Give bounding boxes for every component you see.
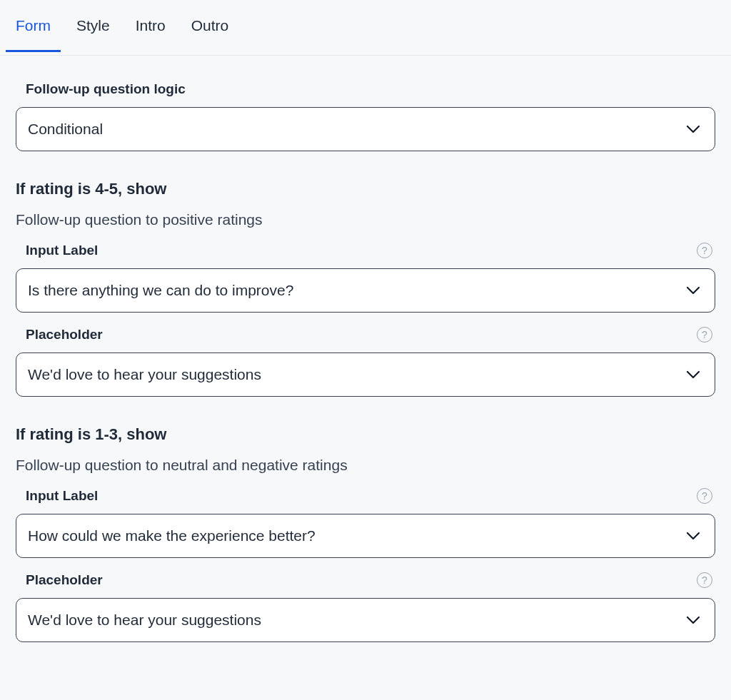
followup-logic-label: Follow-up question logic — [16, 81, 715, 97]
help-icon[interactable]: ? — [697, 488, 712, 504]
positive-placeholder-value: We'd love to hear your suggestions — [28, 366, 261, 383]
tab-form[interactable]: Form — [16, 0, 51, 52]
negative-placeholder-select[interactable]: We'd love to hear your suggestions — [16, 598, 715, 642]
chevron-down-icon — [686, 616, 700, 624]
tab-outro[interactable]: Outro — [191, 0, 229, 52]
negative-heading: If rating is 1-3, show — [16, 425, 715, 444]
followup-logic-value: Conditional — [28, 121, 103, 138]
help-icon[interactable]: ? — [697, 572, 712, 588]
form-content: Follow-up question logic Conditional If … — [0, 56, 731, 664]
positive-placeholder-label: Placeholder — [26, 327, 103, 343]
chevron-down-icon — [686, 125, 700, 133]
tab-style[interactable]: Style — [76, 0, 110, 52]
negative-placeholder-value: We'd love to hear your suggestions — [28, 612, 261, 629]
positive-input-label-label: Input Label — [26, 243, 98, 258]
positive-input-label-select[interactable]: Is there anything we can do to improve? — [16, 268, 715, 313]
negative-placeholder-label: Placeholder — [26, 572, 103, 588]
chevron-down-icon — [686, 286, 700, 295]
negative-input-label-value: How could we make the experience better? — [28, 527, 316, 544]
positive-placeholder-select[interactable]: We'd love to hear your suggestions — [16, 352, 715, 397]
tab-intro[interactable]: Intro — [136, 0, 166, 52]
followup-logic-select[interactable]: Conditional — [16, 107, 715, 151]
positive-heading: If rating is 4-5, show — [16, 180, 715, 198]
chevron-down-icon — [686, 370, 700, 379]
negative-input-label-select[interactable]: How could we make the experience better? — [16, 514, 715, 558]
help-icon[interactable]: ? — [697, 327, 712, 343]
chevron-down-icon — [686, 532, 700, 540]
tabs-bar: Form Style Intro Outro — [0, 0, 731, 56]
positive-subtext: Follow-up question to positive ratings — [16, 211, 715, 228]
help-icon[interactable]: ? — [697, 243, 712, 258]
negative-input-label-label: Input Label — [26, 488, 98, 504]
positive-input-label-value: Is there anything we can do to improve? — [28, 282, 293, 299]
negative-subtext: Follow-up question to neutral and negati… — [16, 457, 715, 474]
